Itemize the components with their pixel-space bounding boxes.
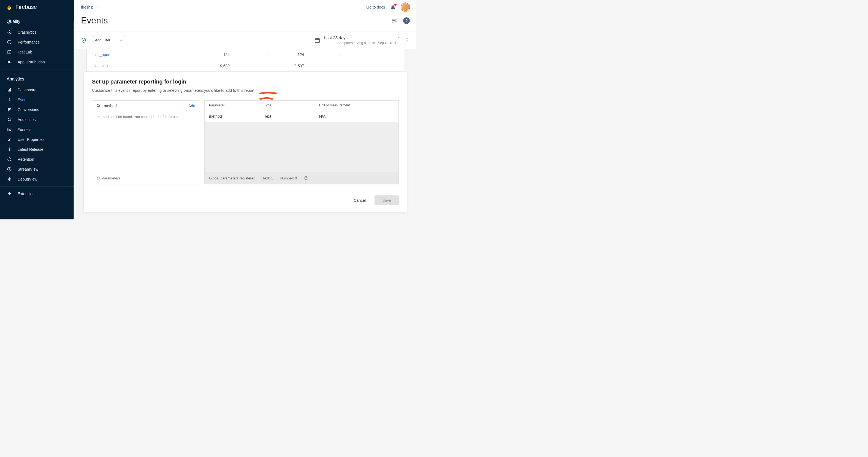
- events-icon: [7, 97, 12, 103]
- sidebar-item-label: Audiences: [18, 117, 35, 122]
- page-title: Events: [81, 16, 108, 26]
- cancel-button[interactable]: Cancel: [349, 195, 370, 205]
- svg-rect-12: [9, 129, 10, 131]
- calendar-icon: [314, 37, 320, 43]
- retention-icon: [7, 156, 12, 162]
- event-name-link[interactable]: first_visit: [93, 64, 192, 68]
- avatar[interactable]: [401, 3, 410, 11]
- sidebar-item-crashlytics[interactable]: Crashlytics: [0, 27, 74, 37]
- brand-text: Firebase: [16, 4, 37, 10]
- sidebar-item-retention[interactable]: Retention: [0, 154, 74, 164]
- filter-bar: Add Filter Last 28 days Compared to Aug …: [74, 31, 416, 49]
- sidebar-item-audiences[interactable]: Audiences: [0, 115, 74, 124]
- sidebar-item-label: Events: [18, 97, 29, 102]
- search-not-found-message: method can't be found. You can add it fo…: [92, 111, 199, 172]
- cell-value: -: [304, 52, 341, 57]
- svg-point-10: [10, 118, 11, 120]
- sidebar-item-label: Latest Release: [18, 147, 43, 151]
- col-type: Type: [264, 103, 319, 107]
- brand-logo[interactable]: Firebase: [0, 0, 74, 14]
- debugview-icon: [7, 176, 12, 182]
- more-button[interactable]: [404, 37, 410, 43]
- cell-value: 9,639: [192, 64, 230, 68]
- sidebar-item-debugview[interactable]: DebugView: [0, 174, 74, 184]
- sidebar-item-extensions[interactable]: Extensions: [0, 189, 74, 199]
- content-area: first_open 124 - 124 - first_visit 9,639…: [74, 49, 416, 220]
- cell-value: -: [304, 64, 341, 68]
- section-analytics-title[interactable]: Analytics: [0, 72, 74, 85]
- sidebar-item-label: Dashboard: [18, 88, 37, 92]
- svg-rect-14: [8, 140, 9, 141]
- compare-arrow-icon: [332, 41, 336, 45]
- sidebar-item-label: Conversions: [18, 108, 39, 112]
- param-unit: N/A: [319, 114, 394, 118]
- global-registered-label: Global parameters registered: [209, 176, 255, 180]
- sidebar-item-label: User Properties: [18, 137, 44, 142]
- cell-value: 124: [267, 52, 304, 57]
- main: fireship Go to docs Events ?: [74, 0, 416, 220]
- sidebar-item-label: Extensions: [18, 192, 36, 196]
- user-properties-icon: [7, 137, 12, 142]
- table-row[interactable]: first_visit 9,639 - 9,507 -: [87, 60, 404, 72]
- search-icon: [96, 103, 101, 108]
- param-table-footer: Global parameters registered Text: 1 Num…: [205, 172, 399, 184]
- parameter-search-card: Add method can't be found. You can add i…: [92, 100, 199, 184]
- parameter-panel: Set up parameter reporting for login Cus…: [84, 72, 407, 212]
- test-lab-icon: [7, 49, 12, 55]
- funnels-icon: [7, 127, 12, 132]
- cell-value: -: [230, 64, 267, 68]
- param-type: Text: [264, 114, 319, 118]
- event-name-link[interactable]: first_open: [93, 52, 192, 57]
- add-parameter-link[interactable]: Add: [188, 104, 195, 108]
- date-range-label: Last 28 days: [324, 35, 347, 40]
- help-circle-icon: [304, 176, 308, 180]
- svg-point-20: [406, 40, 407, 40]
- panel-title: Set up parameter reporting for login: [92, 79, 399, 85]
- sidebar-item-app-distribution[interactable]: App Distribution: [0, 57, 74, 67]
- streamview-icon: [7, 167, 12, 172]
- svg-point-0: [9, 32, 10, 33]
- sidebar-item-test-lab[interactable]: Test Lab: [0, 47, 74, 57]
- sidebar-item-label: Performance: [18, 40, 40, 45]
- table-row[interactable]: first_open 124 - 124 -: [87, 49, 404, 60]
- sidebar-item-label: Test Lab: [18, 50, 32, 54]
- tune-icon: [392, 18, 398, 24]
- sidebar-item-funnels[interactable]: Funnels: [0, 124, 74, 135]
- goto-docs-link[interactable]: Go to docs: [366, 5, 385, 9]
- panel-subtitle: Customize this event's report by enterin…: [92, 88, 399, 93]
- extensions-icon: [7, 191, 12, 197]
- number-count: Number: 0: [280, 176, 297, 180]
- firebase-logo-icon: [7, 4, 12, 10]
- sidebar-item-label: Funnels: [18, 127, 31, 132]
- sidebar-item-dashboard[interactable]: Dashboard: [0, 85, 74, 95]
- notifications-button[interactable]: [390, 4, 396, 10]
- add-filter-button[interactable]: Add Filter: [91, 36, 127, 44]
- more-vert-icon: [404, 37, 410, 43]
- sidebar-item-user-properties[interactable]: User Properties: [0, 135, 74, 144]
- project-selector[interactable]: fireship: [81, 5, 99, 9]
- svg-rect-11: [7, 128, 8, 131]
- date-range-selector[interactable]: Last 28 days: [324, 35, 400, 40]
- svg-point-9: [8, 118, 10, 120]
- tune-button[interactable]: [392, 18, 398, 24]
- param-table-row[interactable]: method Text N/A: [205, 110, 399, 122]
- cell-value: 9,507: [267, 64, 304, 68]
- sidebar-item-latest-release[interactable]: Latest Release: [0, 144, 74, 154]
- parameter-search-input[interactable]: [104, 104, 186, 108]
- svg-rect-6: [9, 89, 10, 91]
- sidebar-item-streamview[interactable]: StreamView: [0, 164, 74, 174]
- sidebar-item-performance[interactable]: Performance: [0, 37, 74, 47]
- help-button[interactable]: ?: [403, 17, 410, 24]
- section-quality-title[interactable]: Quality: [0, 14, 74, 27]
- performance-icon: [7, 39, 12, 45]
- save-button[interactable]: Save: [374, 195, 399, 205]
- shield-check-icon: [81, 37, 87, 43]
- audiences-icon: [7, 117, 12, 122]
- sidebar-item-events[interactable]: Events: [0, 95, 74, 105]
- dashboard-icon: [7, 87, 12, 93]
- svg-point-8: [9, 98, 10, 99]
- svg-rect-15: [9, 139, 10, 141]
- chevron-down-icon: [96, 5, 99, 9]
- footer-help-button[interactable]: [304, 176, 308, 180]
- sidebar-item-conversions[interactable]: Conversions: [0, 105, 74, 115]
